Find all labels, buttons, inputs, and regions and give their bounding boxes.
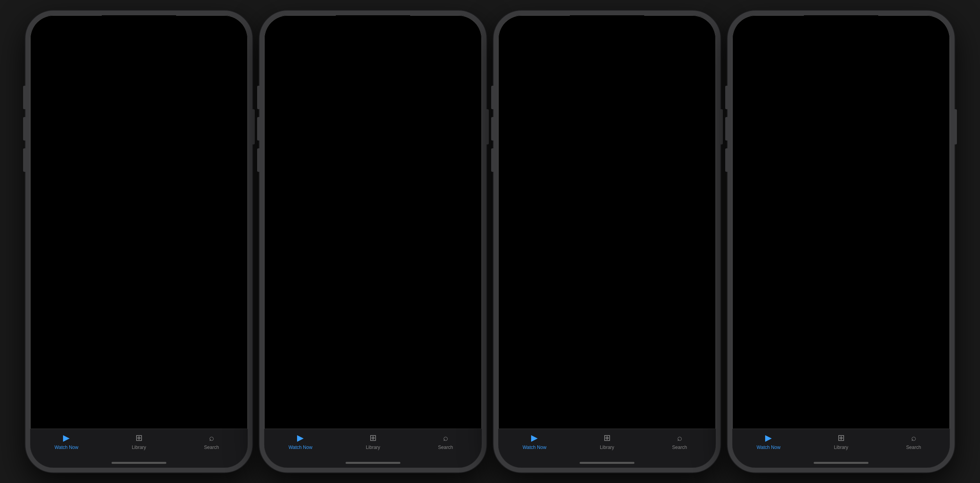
rating-tvma: TV-MA <box>38 306 57 314</box>
morning-show-thumb[interactable]: THE MORNING SHOW <box>740 96 942 174</box>
premieres-title: Apple TV+ Premieres <box>732 174 950 190</box>
notch-3 <box>570 15 644 29</box>
show-info-1: THE MORNING SHOW Drama · Nov 2019 · Appl… <box>30 215 248 339</box>
phone-3: 8:06 ▲ ‹ < Back Discover Apple TV+ Disco… <box>494 11 721 472</box>
more-link[interactable]: more <box>163 294 177 301</box>
screen-4: 8:06 ▲ ‹ < Discover Apple TV+  tv + <box>732 15 950 468</box>
ratings-row: TV-MA 4K DOLBY VISION DOLBY ATMOS CC SDH… <box>38 306 240 314</box>
rating-ad: AD <box>178 306 190 314</box>
time-1: 8:06 <box>41 24 56 32</box>
nav-row-4: ‹ < Discover Apple TV+ <box>732 36 950 49</box>
notch-2 <box>336 15 410 29</box>
tab-library-1[interactable]: ⊞ Library <box>103 433 175 450</box>
battery-icon-3 <box>694 25 705 31</box>
library-icon-3: ⊞ <box>603 433 611 443</box>
featured-card[interactable]: THE MORNING SHOW <box>274 71 472 275</box>
wifi-icon-4: ▲ <box>919 25 925 32</box>
back-button-3[interactable]: ‹ < Back <box>506 38 532 46</box>
search-icon-1: ⌕ <box>209 433 214 443</box>
watch-now-icon-2: ▶ <box>297 433 304 443</box>
search-label-3: Search <box>672 445 687 450</box>
appletv-badge:  tv + Available Now <box>264 50 482 71</box>
phone-1: 8:06 ▲ ‹ < Back + ADD ⬆ <box>25 11 252 472</box>
tab-search-2[interactable]: ⌕ Search <box>409 433 482 450</box>
home-indicator-2 <box>346 462 400 464</box>
tab-search-3[interactable]: ⌕ Search <box>643 433 716 450</box>
appletv-big-logo:  tv + <box>732 49 950 96</box>
library-icon-2: ⊞ <box>369 433 377 443</box>
notch-1 <box>102 15 176 29</box>
butterfly-3: 🦋 <box>670 129 678 137</box>
search-label-2: Search <box>438 445 453 450</box>
nav-title-3: Discover Apple TV+ <box>571 37 645 46</box>
status-icons-3: ▲ <box>673 25 705 32</box>
signal-icon-4 <box>907 25 916 31</box>
share-button[interactable]: ⬆ <box>233 37 240 47</box>
nav-row-2: Watch Now <box>264 36 482 50</box>
home-indicator-3 <box>580 462 634 464</box>
tab-search-1[interactable]: ⌕ Search <box>175 433 248 450</box>
thumb-row-main: THE MORNING SHOW <box>732 96 950 174</box>
subscribed-badge: Subscribed to Apple TV+ <box>38 244 111 255</box>
watch-now-label-1: Watch Now <box>54 445 78 450</box>
discover-card-logo:  tv+ <box>512 232 702 241</box>
show-description: Pull back the curtain on early morning T… <box>38 285 240 303</box>
status-icons-1: ▲ <box>205 25 237 32</box>
ep-meta-morning: S1, E1 · THE MORNING SHOW <box>743 250 836 254</box>
tab-watch-now-1[interactable]: ▶ Watch Now <box>30 433 103 450</box>
episode-card-morning[interactable]: S1, E1 · THE MORNING SHOW In the Dark Ni… <box>740 203 839 266</box>
discover-description: Apple TV+ lives in the Apple TV app. Wat… <box>508 79 706 99</box>
signal-icon-3 <box>673 25 682 31</box>
episode-card-see[interactable]: S1, E1 · SEE Godflame A journey o... <box>843 203 942 266</box>
notch-4 <box>804 15 878 29</box>
tab-watch-now-2[interactable]: ▶ Watch Now <box>264 433 337 450</box>
hero-overlay <box>30 51 248 215</box>
morning-overlay: THE MORNING SHOW <box>740 160 942 174</box>
tab-watch-now-3[interactable]: ▶ Watch Now <box>498 433 571 450</box>
time-2: 8:06 <box>275 24 290 32</box>
play-first-episode-button[interactable]: Play First Episode <box>38 261 240 281</box>
rating-dolby-atmos: DOLBY ATMOS <box>110 306 143 314</box>
tab-library-3[interactable]: ⊞ Library <box>571 433 643 450</box>
tab-watch-now-4[interactable]: ▶ Watch Now <box>732 433 805 450</box>
appletv-available: Available Now <box>274 62 472 68</box>
featured-card-overlay: THE MORNING SHOW <box>274 241 472 275</box>
rating-4k: 4K <box>60 306 70 314</box>
morning-title: THE MORNING SHOW <box>744 164 938 170</box>
hero-image-1: ✓ <box>30 51 248 215</box>
tab-library-2[interactable]: ⊞ Library <box>337 433 409 450</box>
butterfly-1: 🦋 <box>516 137 528 148</box>
screen-2: 8:06 ▲ Watch Now  tv + Available Now <box>264 15 482 468</box>
watch-now-icon-3: ▶ <box>531 433 538 443</box>
tab-search-4[interactable]: ⌕ Search <box>877 433 950 450</box>
season-button[interactable]: Season 1 <box>38 319 80 332</box>
featured-head <box>334 71 369 93</box>
show-title-1: THE MORNING SHOW <box>38 215 240 232</box>
library-label-1: Library <box>132 445 146 450</box>
home-indicator-1 <box>112 462 166 464</box>
watch-now-icon-1: ▶ <box>63 433 70 443</box>
ep-sub-see: A journey o... <box>847 259 939 263</box>
back-button-1[interactable]: ‹ < Back <box>38 38 64 46</box>
back-button-4[interactable]: ‹ < Discover Apple TV+ <box>740 37 812 45</box>
status-icons-4: ▲ <box>907 25 939 32</box>
ep-meta-see: S1, E1 · SEE <box>847 250 939 254</box>
butterfly-2: 🦋 <box>684 152 694 162</box>
discover-card[interactable]: Dickinson 🦋 🦋 🦋 🦋  tv+ Apple Originals … <box>504 113 710 270</box>
watch-now-label-4: Watch Now <box>757 445 780 450</box>
tab-library-4[interactable]: ⊞ Library <box>805 433 877 450</box>
episode-row: S1, E1 · THE MORNING SHOW In the Dark Ni… <box>732 203 950 266</box>
phone-2: 8:06 ▲ Watch Now  tv + Available Now <box>259 11 486 472</box>
wifi-icon-3: ▲ <box>685 25 691 32</box>
rating-cc: CC <box>146 306 158 314</box>
watch-now-icon-4: ▶ <box>765 433 772 443</box>
library-label-2: Library <box>366 445 380 450</box>
nav-actions-1: + ADD ⬆ <box>203 37 240 47</box>
add-button[interactable]: + ADD <box>203 37 229 47</box>
search-icon-4: ⌕ <box>911 433 916 443</box>
featured-show-title: THE MORNING SHOW <box>281 249 465 267</box>
wifi-icon-2: ▲ <box>451 25 457 32</box>
battery-icon-2 <box>460 25 471 31</box>
time-3: 8:06 <box>509 24 524 32</box>
ep-sub-morning: America's favorite morning news... <box>743 259 836 263</box>
